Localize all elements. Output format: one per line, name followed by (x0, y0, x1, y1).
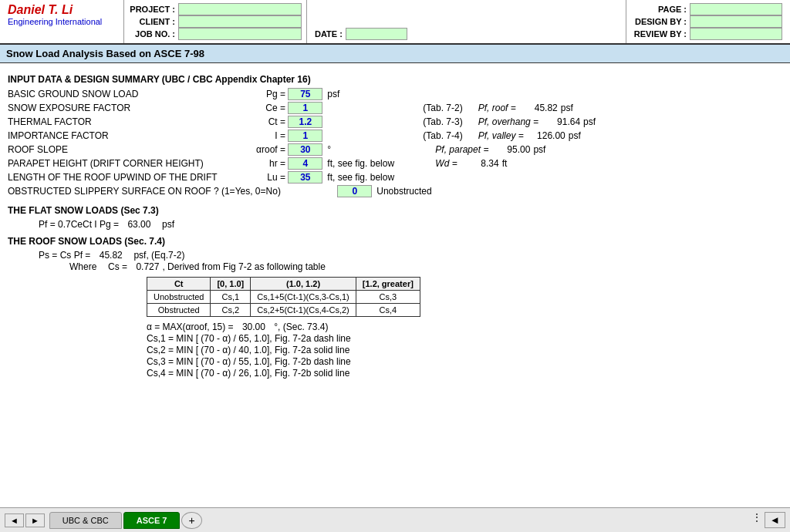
extra-value: 91.64 (542, 116, 580, 127)
alpha-value: 30.00 (242, 322, 265, 332)
row-value: 75 (288, 88, 322, 100)
data-row-1: SNOW EXPOSURE FACTORCe = 1(Tab. 7-2)Pf, … (8, 102, 782, 114)
cs-formula-label: Cs,4 = MIN [ (70 - α) / 26, 1.0] (147, 368, 269, 379)
extra-unit: psf (583, 116, 596, 127)
section1-title: INPUT DATA & DESIGN SUMMARY (UBC / CBC A… (8, 74, 782, 85)
table-cell: Cs,2+5(Ct-1)(Cs,4-Cs,2) (251, 304, 356, 317)
page-label: PAGE : (658, 5, 687, 14)
row-extra: Wd =8.34ft (435, 158, 507, 169)
row-note: (Tab. 7-3) (423, 116, 462, 127)
date-input[interactable] (346, 28, 407, 40)
cs-formula-row-0: Cs,1 = MIN [ (70 - α) / 65, 1.0], Fig. 7… (147, 333, 782, 344)
row-value: 1 (288, 102, 322, 114)
project-input[interactable] (178, 3, 302, 15)
nav-prev[interactable]: ◄ (5, 513, 24, 527)
project-row: PROJECT : (129, 3, 302, 15)
row-value: 4 (288, 157, 322, 170)
title-bar: Snow Load Analysis Based on ASCE 7-98 (0, 45, 790, 63)
scroll-right-button[interactable]: ◄ (765, 512, 785, 528)
cs-formula-label: Cs,1 = MIN [ (70 - α) / 65, 1.0] (147, 333, 269, 344)
ps-value: 45.82 (100, 250, 123, 261)
extra-value: 126.00 (527, 130, 565, 141)
data-row-3: IMPORTANCE FACTORI = 1(Tab. 7-4)Pf, vall… (8, 130, 782, 142)
row-unit: ft, see fig. below (327, 172, 420, 183)
row-value: 30 (288, 143, 322, 156)
tab-asce-7[interactable]: ASCE 7 (123, 512, 181, 529)
row-unit: ft, see fig. below (327, 158, 420, 169)
row-formula: Pg = (231, 89, 285, 99)
flat-snow-calc: Pf = 0.7CeCt I Pg = 63.00 psf (39, 219, 782, 230)
company-name: Daniel T. Li (8, 3, 116, 17)
right-fields: PAGE : DESIGN BY : REVIEW BY : (626, 0, 790, 43)
extra-value: 45.82 (519, 103, 558, 113)
client-row: CLIENT : (129, 15, 302, 28)
cs-formula-row-1: Cs,2 = MIN [ (70 - α) / 40, 1.0], Fig. 7… (147, 345, 782, 355)
row-value: 0 (337, 185, 372, 197)
row-value: 1 (288, 130, 322, 142)
table-header: (1.0, 1.2) (251, 278, 356, 291)
cs-formula-row-2: Cs,3 = MIN [ (70 - α) / 55, 1.0], Fig. 7… (147, 356, 782, 367)
cs-formula-label: Cs,3 = MIN [ (70 - α) / 55, 1.0] (147, 356, 269, 367)
company-logo: Daniel T. Li Engineering International (0, 0, 123, 43)
cs-table: Ct[0, 1.0](1.0, 1.2)[1.2, greater]Unobst… (147, 277, 420, 317)
project-fields: PROJECT : CLIENT : JOB NO. : (123, 0, 306, 43)
jobno-row: JOB NO. : (129, 28, 302, 40)
extra-label: Pf, parapet = (435, 144, 488, 155)
flat-snow-value: 63.00 (127, 219, 150, 230)
row-extra: Pf, roof =45.82psf (478, 103, 573, 113)
designby-label: DESIGN BY : (635, 17, 687, 26)
row-formula: Lu = (231, 172, 285, 183)
date-label: DATE : (315, 29, 343, 39)
jobno-input[interactable] (178, 28, 302, 40)
ps-formula: Ps = Cs Pf = (39, 250, 90, 261)
roof-snow-title: THE ROOF SNOW LOADS (Sec. 7.4) (8, 236, 782, 247)
client-input[interactable] (178, 15, 302, 28)
row-label: PARAPET HEIGHT (DRIFT CORNER HEIGHT) (8, 158, 231, 169)
row-label: IMPORTANCE FACTOR (8, 130, 231, 141)
ps-row: Ps = Cs Pf = 45.82 psf, (Eq.7-2) (39, 250, 782, 261)
footer: ◄ ► UBC & CBCASCE 7 + ⋮ ◄ (0, 507, 790, 532)
jobno-label: JOB NO. : (129, 29, 175, 39)
project-label: PROJECT : (129, 5, 175, 14)
cs-formula-note: , Fig. 7-2a solid line (269, 345, 349, 355)
row-label: LENGTH OF THE ROOF UPWIND OF THE DRIFT (8, 172, 231, 183)
table-row: ObstructedCs,2Cs,2+5(Ct-1)(Cs,4-Cs,2)Cs,… (147, 304, 420, 317)
table-header: [0, 1.0] (211, 278, 251, 291)
data-row-5: PARAPET HEIGHT (DRIFT CORNER HEIGHT)hr =… (8, 157, 782, 170)
designby-row: DESIGN BY : (634, 15, 782, 28)
add-tab-button[interactable]: + (181, 512, 201, 529)
extra-value: 95.00 (491, 144, 530, 155)
cs-note: , Derived from Fig 7-2 as following tabl… (162, 261, 325, 272)
page-input[interactable] (690, 3, 782, 15)
date-field: DATE : (306, 0, 415, 43)
data-row-7: OBSTRUCTED SLIPPERY SURFACE ON ROOF ? (1… (8, 185, 782, 197)
tab-ubc-&-cbc[interactable]: UBC & CBC (49, 512, 122, 529)
reviewby-input[interactable] (690, 28, 782, 40)
reviewby-row: REVIEW BY : (634, 28, 782, 40)
flat-snow-unit: psf (162, 219, 174, 230)
ps-unit: psf, (Eq.7-2) (133, 250, 184, 261)
table-cell: Unobstructed (147, 291, 211, 304)
data-row-4: ROOF SLOPEαroof = 30°Pf, parapet =95.00p… (8, 143, 782, 156)
row-unit: Unobstructed (376, 186, 469, 197)
row-formula: Ct = (231, 116, 285, 127)
table-cell: Cs,4 (356, 304, 420, 317)
nav-next[interactable]: ► (25, 513, 45, 527)
row-formula: αroof = (231, 144, 285, 155)
flat-snow-title: THE FLAT SNOW LOADS (Sec 7.3) (8, 205, 782, 216)
extra-label: Pf, valley = (478, 130, 524, 141)
row-label: ROOF SLOPE (8, 144, 231, 155)
designby-input[interactable] (690, 15, 782, 28)
cs-row: Where Cs = 0.727 , Derived from Fig 7-2 … (69, 261, 782, 272)
row-extra: Pf, overhang =91.64psf (478, 116, 596, 127)
table-cell: Cs,1 (211, 291, 251, 304)
alpha-formula: α = MAX(αroof, 15) = (147, 322, 234, 332)
cs-where: Where (69, 261, 96, 272)
table-header: [1.2, greater] (356, 278, 420, 291)
row-formula: hr = (231, 158, 285, 169)
row-extra: Pf, valley =126.00psf (478, 130, 581, 141)
cs-value: 0.727 (136, 261, 159, 272)
cs-label: Cs = (108, 261, 127, 272)
extra-unit: ft (502, 158, 508, 169)
row-value: 1.2 (288, 116, 322, 128)
